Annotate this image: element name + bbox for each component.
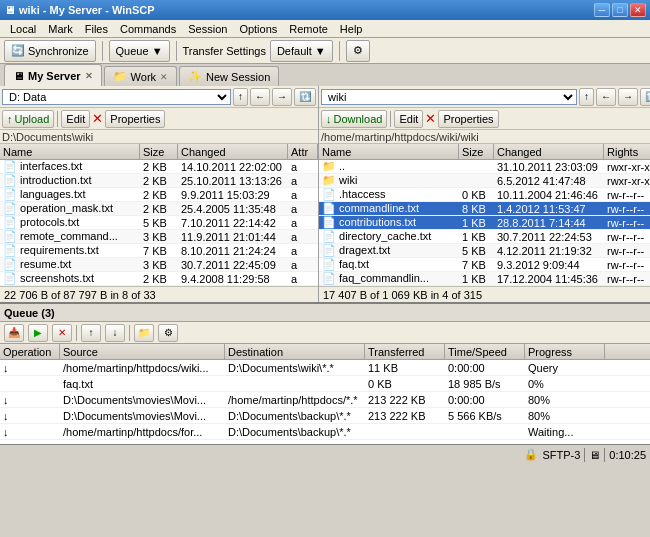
left-file-remote-command[interactable]: 📄 remote_command... 3 KB 11.9.2011 21:01… — [0, 230, 318, 244]
left-file-requirements[interactable]: 📄 requirements.txt 7 KB 8.10.2011 21:24:… — [0, 244, 318, 258]
left-delete-icon[interactable]: ✕ — [92, 111, 103, 126]
queue-col-source[interactable]: Source — [60, 344, 225, 359]
right-delete-icon[interactable]: ✕ — [425, 111, 436, 126]
right-file-htaccess[interactable]: 📄 .htaccess 0 KB 10.11.2004 21:46:46 rw-… — [319, 188, 650, 202]
queue-table[interactable]: Operation Source Destination Transferred… — [0, 344, 650, 444]
queue-row-1a[interactable]: ↓ /home/martinp/httpdocs/wiki... D:\Docu… — [0, 360, 650, 376]
left-file-protocols[interactable]: 📄 protocols.txt 5 KB 7.10.2011 22:14:42 … — [0, 216, 318, 230]
right-nav-fwd[interactable]: → — [618, 88, 638, 106]
left-nav-back[interactable]: ← — [250, 88, 270, 106]
menu-commands[interactable]: Commands — [114, 21, 182, 37]
tab-new-session[interactable]: ✨ New Session — [179, 66, 279, 86]
left-file-interfaces[interactable]: 📄 interfaces.txt 2 KB 14.10.2011 22:02:0… — [0, 160, 318, 174]
right-nav-up[interactable]: ↑ — [579, 88, 594, 106]
elapsed-time: 0:10:25 — [609, 449, 646, 461]
left-path-text: D:\Documents\wiki — [2, 131, 93, 143]
queue-column-headers: Operation Source Destination Transferred… — [0, 344, 650, 360]
download-button[interactable]: ↓ Download — [321, 110, 387, 128]
left-file-list[interactable]: Name Size Changed Attr 📄 interfaces.txt … — [0, 144, 318, 286]
right-edit-button[interactable]: Edit — [394, 110, 423, 128]
queue-settings-button[interactable]: ⚙ — [158, 324, 178, 342]
tab-work-close-icon[interactable]: ✕ — [160, 72, 168, 82]
queue-header-text: Queue (3) — [4, 307, 55, 319]
left-edit-button[interactable]: Edit — [61, 110, 90, 128]
queue-button[interactable]: Queue ▼ — [109, 40, 170, 62]
queue-row-1b[interactable]: faq.txt 0 KB 18 985 B/s 0% — [0, 376, 650, 392]
menu-local[interactable]: Local — [4, 21, 42, 37]
left-panel-toolbar: D: Data ↑ ← → 🔃 — [0, 86, 318, 108]
menu-mark[interactable]: Mark — [42, 21, 78, 37]
queue-folder-button[interactable]: 📁 — [134, 324, 154, 342]
close-button[interactable]: ✕ — [630, 3, 646, 17]
right-file-contributions[interactable]: 📄 contributions.txt 1 KB 28.8.2011 7:14:… — [319, 216, 650, 230]
queue-label: Queue ▼ — [116, 45, 163, 57]
left-col-changed[interactable]: Changed — [178, 144, 288, 159]
right-col-name[interactable]: Name — [319, 144, 459, 159]
queue-row-2[interactable]: ↓ D:\Documents\movies\Movi... /home/mart… — [0, 392, 650, 408]
right-col-rights[interactable]: Rights — [604, 144, 650, 159]
left-file-introduction[interactable]: 📄 introduction.txt 2 KB 25.10.2011 13:13… — [0, 174, 318, 188]
menu-session[interactable]: Session — [182, 21, 233, 37]
left-file-operation-mask[interactable]: 📄 operation_mask.txt 2 KB 25.4.2005 11:3… — [0, 202, 318, 216]
queue-row-4[interactable]: ↓ /home/martinp/httpdocs/for... D:\Docum… — [0, 424, 650, 440]
menu-files[interactable]: Files — [79, 21, 114, 37]
right-file-faq[interactable]: 📄 faq.txt 7 KB 9.3.2012 9:09:44 rw-r--r-… — [319, 258, 650, 272]
queue-start-button[interactable]: ▶ — [28, 324, 48, 342]
synchronize-label: Synchronize — [28, 45, 89, 57]
right-file-dragext[interactable]: 📄 dragext.txt 5 KB 4.12.2011 21:19:32 rw… — [319, 244, 650, 258]
upload-label: Upload — [15, 113, 50, 125]
right-file-directory-cache[interactable]: 📄 directory_cache.txt 1 KB 30.7.2011 22:… — [319, 230, 650, 244]
menu-options[interactable]: Options — [233, 21, 283, 37]
left-col-size[interactable]: Size — [140, 144, 178, 159]
lock-icon: 🔒 — [524, 448, 538, 461]
right-col-size[interactable]: Size — [459, 144, 494, 159]
queue-col-transferred[interactable]: Transferred — [365, 344, 445, 359]
tab-close-icon[interactable]: ✕ — [85, 71, 93, 81]
left-col-attr[interactable]: Attr — [288, 144, 318, 159]
left-col-name[interactable]: Name — [0, 144, 140, 159]
queue-col-time-speed[interactable]: Time/Speed — [445, 344, 525, 359]
drive-select[interactable]: D: Data — [2, 89, 231, 105]
queue-add-button[interactable]: 📥 — [4, 324, 24, 342]
left-nav-fwd[interactable]: → — [272, 88, 292, 106]
folder-icon: 📁 — [113, 70, 127, 83]
right-nav-back[interactable]: ← — [596, 88, 616, 106]
menu-help[interactable]: Help — [334, 21, 369, 37]
right-drive-select[interactable]: wiki — [321, 89, 577, 105]
queue-col-progress[interactable]: Progress — [525, 344, 605, 359]
left-file-screenshots[interactable]: 📄 screenshots.txt 2 KB 9.4.2008 11:29:58… — [0, 272, 318, 286]
upload-button[interactable]: ↑ Upload — [2, 110, 54, 128]
left-refresh[interactable]: 🔃 — [294, 88, 316, 106]
queue-stop-button[interactable]: ✕ — [52, 324, 72, 342]
default-dropdown[interactable]: Default ▼ — [270, 40, 333, 62]
left-file-resume[interactable]: 📄 resume.txt 3 KB 30.7.2011 22:45:09 a — [0, 258, 318, 272]
right-file-list[interactable]: Name Size Changed Rights 📁 .. 31.10.2011… — [319, 144, 650, 286]
right-file-wiki[interactable]: 📁 wiki 6.5.2012 41:47:48 rwxr-xr-x — [319, 174, 650, 188]
right-refresh[interactable]: 🔃 — [640, 88, 650, 106]
maximize-button[interactable]: □ — [612, 3, 628, 17]
queue-down-button[interactable]: ↓ — [105, 324, 125, 342]
queue-row-3[interactable]: ↓ D:\Documents\movies\Movi... D:\Documen… — [0, 408, 650, 424]
minimize-button[interactable]: ─ — [594, 3, 610, 17]
title-text: 🖥 wiki - My Server - WinSCP — [4, 4, 155, 16]
queue-col-destination[interactable]: Destination — [225, 344, 365, 359]
right-file-commandline[interactable]: 📄 commandline.txt 8 KB 1.4.2012 11:53:47… — [319, 202, 650, 216]
right-file-parent[interactable]: 📁 .. 31.10.2011 23:03:09 rwxr-xr-x — [319, 160, 650, 174]
settings-button[interactable]: ⚙ — [346, 40, 370, 62]
right-col-changed[interactable]: Changed — [494, 144, 604, 159]
queue-up-button[interactable]: ↑ — [81, 324, 101, 342]
tab-work[interactable]: 📁 Work ✕ — [104, 66, 177, 86]
new-session-icon: ✨ — [188, 70, 202, 83]
right-properties-button[interactable]: Properties — [438, 110, 498, 128]
tab-my-server[interactable]: 🖥 My Server ✕ — [4, 64, 102, 86]
status-bar: 🔒 SFTP-3 🖥 0:10:25 — [0, 444, 650, 464]
toolbar-separator-3 — [339, 41, 340, 61]
left-properties-button[interactable]: Properties — [105, 110, 165, 128]
left-nav-up[interactable]: ↑ — [233, 88, 248, 106]
menu-remote[interactable]: Remote — [283, 21, 334, 37]
synchronize-button[interactable]: 🔄 Synchronize — [4, 40, 96, 62]
queue-col-operation[interactable]: Operation — [0, 344, 60, 359]
left-file-languages[interactable]: 📄 languages.txt 2 KB 9.9.2011 15:03:29 a — [0, 188, 318, 202]
dropdown-arrow-icon: ▼ — [315, 45, 326, 57]
right-file-faq-commandlin[interactable]: 📄 faq_commandlin... 1 KB 17.12.2004 11:4… — [319, 272, 650, 286]
